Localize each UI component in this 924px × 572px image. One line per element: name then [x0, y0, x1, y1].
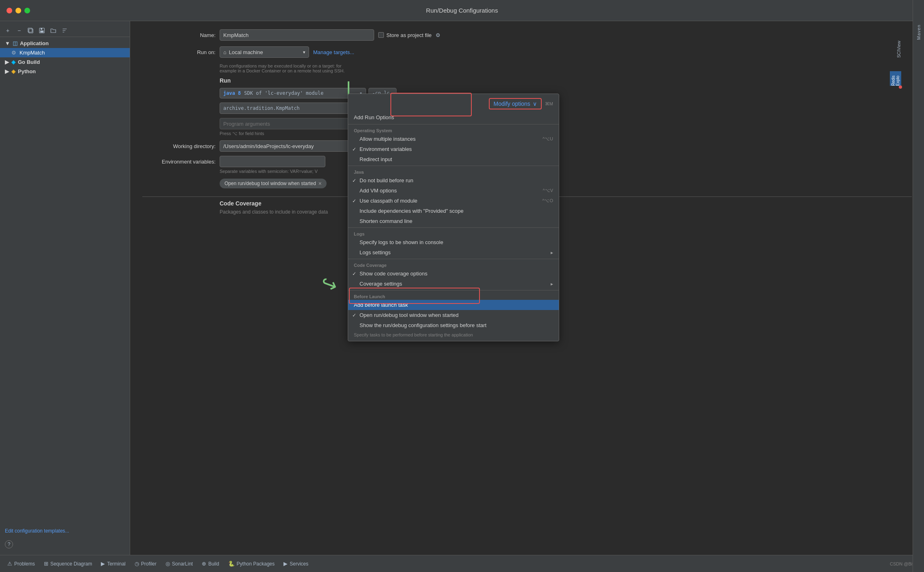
do-not-build-label: Do not build before run [360, 177, 413, 183]
bottom-tab-services[interactable]: ▶ Services [279, 559, 312, 568]
add-vm-item[interactable]: Add VM options ^⌥V [348, 186, 559, 196]
chevron-down-icon: ∨ [533, 100, 537, 107]
add-before-launch-item[interactable]: Add before launch task [348, 300, 559, 310]
dropdown-divider-1 [348, 124, 559, 124]
window-controls [7, 8, 30, 13]
run-on-hint: Run configurations may be executed local… [220, 63, 912, 73]
specify-tasks-item: Specify tasks to be performed before sta… [348, 330, 559, 339]
sidebar-item-label: KmpMatch [20, 50, 45, 56]
coverage-settings-item[interactable]: Coverage settings ▸ [348, 279, 559, 289]
sidebar-group-python[interactable]: ▶ ◈ Python [0, 67, 130, 76]
sort-btn[interactable] [60, 26, 69, 35]
use-classpath-shortcut: ^⌥O [542, 198, 553, 203]
redis-label: Redis Explo [891, 71, 900, 86]
sequence-icon: ⊞ [44, 561, 48, 567]
manage-targets-link[interactable]: Manage targets... [313, 49, 354, 55]
problems-icon: ⚠ [7, 561, 12, 567]
python-packages-icon: 🐍 [228, 561, 235, 567]
java-section-label: Java [348, 167, 559, 175]
add-run-options-item[interactable]: Add Run Options [348, 112, 559, 123]
modify-options-dropdown: Modify options ∨ ⌘M Add Run Options Oper… [348, 94, 559, 341]
services-label: Services [290, 561, 308, 567]
env-vars-label: Environment variables: [142, 159, 216, 165]
edit-templates-link[interactable]: Edit configuration templates... [5, 528, 69, 534]
svg-rect-4 [41, 28, 42, 30]
add-vm-shortcut: ^⌥V [543, 188, 554, 193]
env-vars-input[interactable] [220, 156, 325, 167]
redirect-input-item[interactable]: Redirect input [348, 154, 559, 164]
bottom-tab-sequence[interactable]: ⊞ Sequence Diagram [40, 559, 96, 568]
build-icon: ⊕ [202, 561, 206, 567]
maximize-window-btn[interactable] [24, 8, 30, 13]
sidebar-group-gobuild[interactable]: ▶ ◈ Go Build [0, 57, 130, 67]
py-icon: ◈ [11, 68, 15, 74]
shorten-cmd-label: Shorten command line [360, 218, 412, 224]
working-dir-input[interactable] [220, 140, 366, 152]
svg-rect-3 [40, 31, 44, 33]
sidebar-group-application[interactable]: ▼ ◫ Application [0, 39, 130, 48]
do-not-build-item[interactable]: Do not build before run [348, 175, 559, 186]
modify-options-button[interactable]: Modify options ∨ [489, 98, 542, 109]
remove-config-btn[interactable]: − [15, 26, 24, 35]
close-window-btn[interactable] [7, 8, 12, 13]
env-vars-item[interactable]: Environment variables [348, 144, 559, 154]
allow-multiple-item[interactable]: Allow multiple instances ^⌥U [348, 134, 559, 144]
env-vars-label: Environment variables [360, 146, 412, 152]
logs-settings-item[interactable]: Logs settings ▸ [348, 247, 559, 258]
store-checkbox[interactable] [378, 32, 384, 38]
config-icon: ⚙ [11, 50, 16, 56]
bottom-tab-build[interactable]: ⊕ Build [198, 559, 223, 568]
title-bar: Run/Debug Configurations [0, 0, 924, 21]
show-settings-item[interactable]: Show the run/debug configuration setting… [348, 320, 559, 330]
store-row: Store as project file ⚙ [378, 32, 440, 38]
bottom-tab-sonarlint[interactable]: ◎ SonarLint [161, 559, 197, 568]
run-on-row: Run on: ⌂ Local machine ▾ Manage targets… [142, 46, 912, 58]
add-before-launch-label: Add before launch task [354, 302, 408, 308]
dropdown-header: Modify options ∨ ⌘M [348, 96, 559, 112]
modify-shortcut: ⌘M [545, 101, 553, 107]
shorten-cmd-item[interactable]: Shorten command line [348, 216, 559, 226]
redirect-input-label: Redirect input [360, 156, 392, 162]
tag-close-btn[interactable]: × [318, 180, 322, 187]
add-vm-label: Add VM options [360, 188, 397, 194]
specify-logs-item[interactable]: Specify logs to be shown in console [348, 237, 559, 247]
sidebar-item-kmpmatch[interactable]: ⚙ KmpMatch [0, 48, 130, 57]
code-coverage-section-label: Code Coverage [348, 260, 559, 269]
python-packages-label: Python Packages [237, 561, 275, 567]
home-icon: ⌂ [223, 49, 227, 55]
use-classpath-item[interactable]: Use classpath of module ^⌥O [348, 196, 559, 206]
store-label: Store as project file [386, 32, 431, 38]
save-config-btn[interactable] [37, 26, 46, 35]
include-deps-item[interactable]: Include dependencies with "Provided" sco… [348, 206, 559, 216]
name-row: Name: Store as project file ⚙ [142, 29, 912, 41]
bottom-tab-python-packages[interactable]: 🐍 Python Packages [224, 559, 279, 568]
minimize-window-btn[interactable] [15, 8, 21, 13]
name-input[interactable] [220, 29, 374, 41]
logs-section-label: Logs [348, 229, 559, 237]
bottom-bar: ⚠ Problems ⊞ Sequence Diagram ▶ Terminal… [0, 555, 924, 572]
add-config-btn[interactable]: + [3, 26, 12, 35]
redis-bar[interactable]: Redis Explo [890, 71, 901, 86]
logs-settings-label: Logs settings [360, 249, 391, 255]
bottom-tab-problems[interactable]: ⚠ Problems [3, 559, 39, 568]
show-coverage-item[interactable]: Show code coverage options [348, 269, 559, 279]
bottom-tab-terminal[interactable]: ▶ Terminal [97, 559, 129, 568]
open-toolwindow-item[interactable]: Open run/debug tool window when started [348, 310, 559, 320]
coverage-settings-arrow: ▸ [551, 281, 553, 287]
jdk-select[interactable]: java 8 SDK of 'lc-everyday' module ▾ [220, 88, 366, 98]
allow-multiple-shortcut: ^⌥U [543, 136, 553, 142]
copy-config-btn[interactable] [26, 26, 35, 35]
problems-label: Problems [14, 561, 35, 567]
help-btn[interactable]: ? [5, 540, 13, 548]
dropdown-divider-2 [348, 166, 559, 166]
run-on-select[interactable]: ⌂ Local machine ▾ [220, 46, 309, 58]
chevron-down-icon: ▾ [303, 50, 305, 55]
bottom-tab-profiler[interactable]: ◷ Profiler [131, 559, 161, 568]
gear-icon[interactable]: ⚙ [436, 32, 440, 38]
open-toolwindow-label: Open run/debug tool window when started [360, 312, 459, 318]
show-settings-label: Show the run/debug configuration setting… [360, 322, 486, 328]
sidebar-toolbar: + − [0, 24, 130, 37]
folder-btn[interactable] [49, 26, 58, 35]
tag-label: Open run/debug tool window when started [224, 181, 316, 186]
allow-multiple-label: Allow multiple instances [360, 136, 416, 142]
